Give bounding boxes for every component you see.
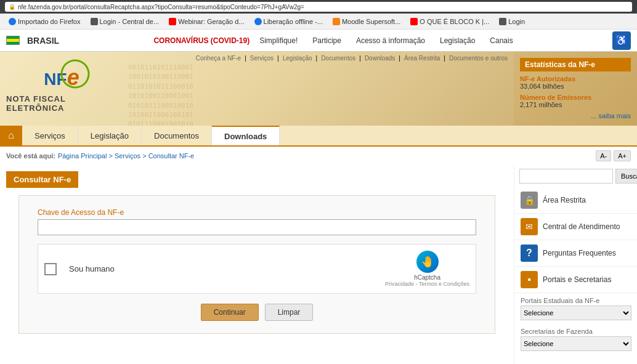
url-text: nfe.fazenda.gov.br/portal/consultaRecapt… xyxy=(18,4,304,10)
nfe-header-bg-text: 0010110101110001100101010011000101101010… xyxy=(123,58,514,126)
section-title: Consultar NF-e xyxy=(6,171,78,188)
bookmark-label: O QUE É BLOCO K |... xyxy=(420,18,489,25)
font-increase-button[interactable]: A+ xyxy=(614,150,631,161)
nfe-autorizadas-label: NF-e Autorizadas xyxy=(520,75,631,83)
accessibility-icon[interactable]: ♿ xyxy=(612,31,631,50)
captcha-row: Sou humano 🤚 hCaptcha Privacidade - Term… xyxy=(38,244,476,294)
captcha-label: Sou humano xyxy=(69,264,373,273)
browser-chrome: 🔒 nfe.fazenda.gov.br/portal/consultaReca… xyxy=(0,0,637,14)
main-area: Consultar NF-e Chave de Acesso da NF-e S… xyxy=(0,165,637,364)
firefox-icon xyxy=(9,18,16,25)
sidebar-item-perguntas[interactable]: ? Perguntas Frequentes xyxy=(514,240,637,267)
portais-label: Portais e Secretarias xyxy=(543,275,611,284)
lock-icon: 🔒 xyxy=(521,192,538,209)
home-button[interactable]: ⌂ xyxy=(0,126,22,145)
field-label: Chave de Acesso da NF-e xyxy=(38,208,476,217)
logo-circle xyxy=(60,59,91,89)
sidebar-item-portais[interactable]: ▪ Portais e Secretarias xyxy=(514,267,637,293)
bookmark-bloco-k[interactable]: O QUE É BLOCO K |... xyxy=(407,17,493,26)
hcaptcha-label: hCaptcha xyxy=(385,274,469,281)
limpar-button[interactable]: Limpar xyxy=(265,304,314,321)
font-decrease-button[interactable]: A- xyxy=(596,150,611,161)
bookmark-login[interactable]: Login xyxy=(495,17,529,26)
emissores-value: 2,171 milhões xyxy=(520,101,631,108)
bookmark-firefox[interactable]: Importado do Firefox xyxy=(5,17,84,26)
nfe-subtitle: NOTA FISCAL ELETRÔNICA xyxy=(6,94,117,113)
brazil-flag xyxy=(6,36,20,45)
search-button[interactable]: Buscar xyxy=(615,169,637,184)
ss-icon-2 xyxy=(499,18,506,25)
gov-brand: BRASIL xyxy=(27,36,59,46)
nfe-header-links: Conheça a NF-e | Serviços | Legislação |… xyxy=(196,55,508,62)
nav-simplify[interactable]: Simplifique! xyxy=(254,34,302,47)
home-icon: ⌂ xyxy=(8,130,14,141)
link-downloads[interactable]: Downloads xyxy=(365,55,395,62)
link-legislacao[interactable]: Legislação xyxy=(283,55,312,62)
link-conheca[interactable]: Conheça a NF-e xyxy=(196,55,241,62)
bookmark-label: Moodle Supersoft... xyxy=(342,18,400,25)
nav-canais[interactable]: Canais xyxy=(485,34,517,47)
bookmark-webinar[interactable]: Webinar: Geração d... xyxy=(165,17,248,26)
nfe-logo-area: NFe NOTA FISCAL ELETRÔNICA xyxy=(0,52,123,126)
content-left: Consultar NF-e Chave de Acesso da NF-e S… xyxy=(0,165,514,364)
bookmark-moodle[interactable]: Moodle Supersoft... xyxy=(329,17,404,26)
sidebar-item-central-atendimento[interactable]: ✉ Central de Atendimento xyxy=(514,214,637,240)
captcha-checkbox[interactable] xyxy=(44,263,57,275)
gov-topbar: BRASIL CORONAVÍRUS (COVID-19) Simplifiqu… xyxy=(0,30,637,52)
portais-estaduais-select[interactable]: Selecione xyxy=(521,305,631,320)
hcaptcha-icon: 🤚 xyxy=(416,251,439,273)
right-sidebar: Buscar 🔒 Área Restrita ✉ Central de Aten… xyxy=(514,165,637,364)
search-input[interactable] xyxy=(519,169,613,184)
tab-downloads[interactable]: Downloads xyxy=(212,126,280,145)
captcha-privacy: Privacidade - Termos e Condições xyxy=(385,281,469,287)
svg-point-0 xyxy=(60,59,91,89)
nfe-autorizadas-value: 33,064 bilhões xyxy=(520,83,631,90)
stats-more-link[interactable]: ... saiba mais xyxy=(520,112,631,119)
link-documentos-outros[interactable]: Documentos e outros xyxy=(449,55,508,62)
continuar-button[interactable]: Continuar xyxy=(201,304,259,321)
secretarias-fazenda-label: Secretarias de Fazenda xyxy=(514,324,637,336)
url-bar[interactable]: 🔒 nfe.fazenda.gov.br/portal/consultaReca… xyxy=(5,2,632,12)
chave-acesso-input[interactable] xyxy=(38,219,476,235)
tab-servicos[interactable]: Serviços xyxy=(22,126,78,145)
tab-documentos[interactable]: Documentos xyxy=(142,126,212,145)
youtube-icon-2 xyxy=(410,18,418,25)
portais-estaduais-label: Portais Estaduais da NF-e xyxy=(514,293,637,305)
link-servicos[interactable]: Serviços xyxy=(250,55,274,62)
bookmark-label: Importado do Firefox xyxy=(18,18,81,25)
mail-icon: ✉ xyxy=(521,218,538,235)
gov-nav: CORONAVÍRUS (COVID-19) Simplifique! Part… xyxy=(67,34,605,47)
nav-legislacao[interactable]: Legislação xyxy=(435,34,480,47)
secretarias-fazenda-select[interactable]: Selecione xyxy=(521,336,631,351)
nfe-header-middle: 0010110101110001100101010011000101101010… xyxy=(123,52,514,126)
moodle-icon xyxy=(333,18,340,25)
form-buttons: Continuar Limpar xyxy=(38,304,476,321)
bookmark-label: Login xyxy=(508,18,525,25)
bookmark-login-central[interactable]: Login - Central de... xyxy=(87,17,163,26)
covid-link[interactable]: CORONAVÍRUS (COVID-19) xyxy=(153,36,250,45)
emissores-label: Número de Emissores xyxy=(520,94,631,101)
sidebar-item-area-restrita[interactable]: 🔒 Área Restrita xyxy=(514,187,637,214)
bookmarks-bar: Importado do Firefox Login - Central de.… xyxy=(0,14,637,30)
youtube-icon xyxy=(169,18,176,25)
link-area-restrita[interactable]: Área Restrita xyxy=(404,55,440,62)
nav-acesso[interactable]: Acesso à informação xyxy=(351,34,430,47)
stats-panel: Estatísticas da NF-e NF-e Autorizadas 33… xyxy=(514,52,637,126)
tab-legislacao[interactable]: Legislação xyxy=(78,126,142,145)
bookmark-label: Login - Central de... xyxy=(100,18,160,25)
area-restrita-label: Área Restrita xyxy=(543,196,586,204)
link-documentos[interactable]: Documentos xyxy=(321,55,355,62)
bookmark-liberacao[interactable]: Liberação offline -... xyxy=(251,17,327,26)
bookmark-label: Liberação offline -... xyxy=(264,18,323,25)
lock-icon: 🔒 xyxy=(9,4,15,10)
nfe-logo: NFe xyxy=(44,65,79,91)
breadcrumb-path: Página Principal > Serviços > Consultar … xyxy=(58,152,194,160)
nav-participate[interactable]: Participe xyxy=(307,34,346,47)
accessibility-symbol: ♿ xyxy=(615,34,628,46)
breadcrumb-label: Você está aqui: xyxy=(6,152,55,160)
hcaptcha-logo: 🤚 hCaptcha Privacidade - Termos e Condiç… xyxy=(385,251,469,287)
link-icon xyxy=(254,18,262,25)
breadcrumb-bar: Você está aqui: Página Principal > Servi… xyxy=(0,147,637,165)
font-controls: A- A+ xyxy=(596,150,631,161)
question-icon: ? xyxy=(521,245,538,262)
